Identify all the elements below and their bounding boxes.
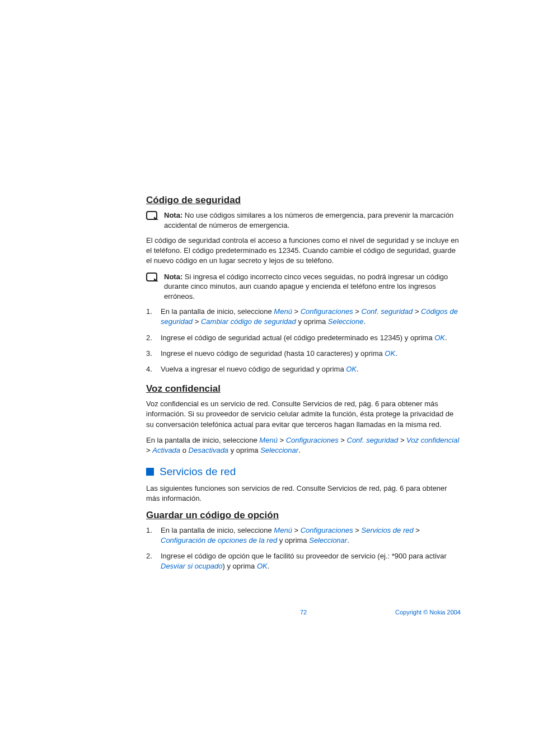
- list-item: Vuelva a ingresar el nuevo código de seg…: [146, 364, 461, 374]
- heading-servicios-red-text: Servicios de red: [160, 466, 236, 478]
- separator: >: [193, 317, 201, 326]
- heading-guardar-codigo: Guardar un código de opción: [146, 510, 461, 521]
- step-text: y oprima: [228, 446, 260, 454]
- link-menu[interactable]: Menú: [259, 436, 278, 444]
- steps-guardar: En la pantalla de inicio, seleccione Men…: [146, 525, 461, 572]
- link-conf-seguridad[interactable]: Conf. seguridad: [347, 436, 399, 444]
- note-1: Nota: No use códigos similares a los núm…: [146, 210, 461, 230]
- note-2-body: Si ingresa el código incorrecto cinco ve…: [164, 273, 448, 300]
- period: .: [445, 334, 447, 342]
- link-config-opciones-red[interactable]: Configuración de opciones de la red: [161, 536, 277, 544]
- link-conf-seguridad[interactable]: Conf. seguridad: [362, 307, 413, 316]
- heading-codigo-seguridad: Código de seguridad: [146, 195, 461, 206]
- period: .: [347, 536, 349, 544]
- step-text: ) y oprima: [223, 562, 257, 570]
- separator: >: [292, 307, 301, 316]
- link-servicios-red[interactable]: Servicios de red: [362, 526, 414, 534]
- separator: >: [278, 436, 286, 444]
- period: .: [395, 349, 397, 358]
- note-icon: [146, 273, 160, 284]
- list-item: Ingrese el código de seguridad actual (e…: [146, 333, 461, 343]
- heading-voz-confidencial: Voz confidencial: [146, 383, 461, 395]
- separator: >: [413, 307, 421, 316]
- paragraph-voz-2: En la pantalla de inicio, seleccione Men…: [146, 435, 461, 456]
- step-text: Ingrese el código de opción que le facil…: [161, 552, 447, 560]
- link-seleccione[interactable]: Seleccione: [328, 317, 364, 326]
- list-item: En la pantalla de inicio, seleccione Men…: [146, 525, 461, 546]
- period: .: [268, 562, 270, 570]
- paragraph-voz-1: Voz confidencial es un servicio de red. …: [146, 399, 461, 430]
- note-icon: [146, 211, 160, 222]
- link-menu[interactable]: Menú: [274, 526, 292, 534]
- link-configuraciones[interactable]: Configuraciones: [301, 307, 353, 316]
- step-text: Vuelva a ingresar el nuevo código de seg…: [161, 365, 346, 373]
- separator: >: [353, 526, 362, 534]
- paragraph-servicios: Las siguientes funciones son servicios d…: [146, 483, 461, 504]
- copyright-text: Copyright © Nokia 2004: [395, 609, 461, 616]
- list-item: Ingrese el código de opción que le facil…: [146, 551, 461, 571]
- link-ok[interactable]: OK: [257, 562, 268, 570]
- note-2-label: Nota:: [164, 273, 182, 281]
- step-text: En la pantalla de inicio, seleccione: [146, 436, 259, 444]
- link-configuraciones[interactable]: Configuraciones: [301, 526, 353, 534]
- step-text: y oprima: [277, 536, 309, 544]
- note-1-label: Nota:: [164, 211, 182, 219]
- step-text: Ingrese el nuevo código de seguridad (ha…: [161, 349, 385, 358]
- step-text: En la pantalla de inicio, seleccione: [161, 307, 274, 316]
- link-configuraciones[interactable]: Configuraciones: [286, 436, 339, 444]
- note-2: Nota: Si ingresa el código incorrecto ci…: [146, 272, 461, 302]
- link-ok[interactable]: OK: [346, 365, 357, 373]
- square-bullet-icon: [146, 468, 154, 476]
- note-1-body: No use códigos similares a los números d…: [164, 211, 453, 229]
- separator: >: [292, 526, 301, 534]
- link-seleccionar[interactable]: Seleccionar: [260, 446, 298, 454]
- paragraph-codigo: El código de seguridad controla el acces…: [146, 236, 461, 266]
- link-activada[interactable]: Activada: [152, 446, 180, 454]
- period: .: [298, 446, 301, 454]
- link-desviar-ocupado[interactable]: Desviar si ocupado: [161, 562, 223, 570]
- note-2-text: Nota: Si ingresa el código incorrecto ci…: [164, 272, 461, 302]
- link-ok[interactable]: OK: [434, 334, 445, 342]
- step-text: En la pantalla de inicio, seleccione: [161, 526, 274, 534]
- link-seleccionar[interactable]: Seleccionar: [309, 536, 347, 544]
- step-text: Ingrese el código de seguridad actual (e…: [161, 334, 434, 342]
- link-cambiar-codigo[interactable]: Cambiar código de seguridad: [201, 317, 296, 326]
- link-menu[interactable]: Menú: [274, 307, 292, 316]
- link-voz-confidencial[interactable]: Voz confidencial: [406, 436, 459, 444]
- separator: >: [353, 307, 362, 316]
- link-desactivada[interactable]: Desactivada: [189, 446, 229, 454]
- period: .: [363, 317, 366, 326]
- page-footer: 72 Copyright © Nokia 2004: [146, 604, 461, 616]
- link-ok[interactable]: OK: [385, 349, 395, 358]
- steps-codigo: En la pantalla de inicio, seleccione Men…: [146, 307, 461, 374]
- separator: >: [398, 436, 406, 444]
- page-number: 72: [300, 609, 307, 616]
- step-text: y oprima: [296, 317, 328, 326]
- separator: >: [414, 526, 420, 534]
- or-text: o: [180, 446, 188, 454]
- list-item: Ingrese el nuevo código de seguridad (ha…: [146, 349, 461, 359]
- separator: >: [339, 436, 347, 444]
- note-1-text: Nota: No use códigos similares a los núm…: [164, 210, 461, 230]
- heading-servicios-red: Servicios de red: [146, 466, 461, 478]
- period: .: [357, 365, 359, 373]
- list-item: En la pantalla de inicio, seleccione Men…: [146, 307, 461, 327]
- separator: >: [146, 446, 152, 454]
